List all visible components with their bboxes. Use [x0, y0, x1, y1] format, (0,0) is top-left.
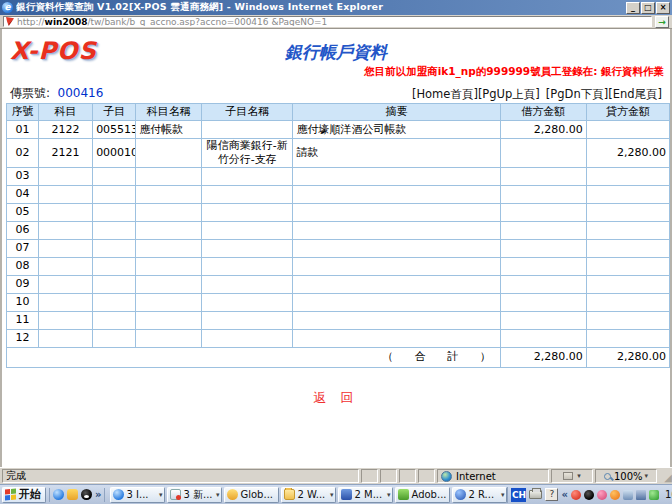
table-cell	[93, 221, 136, 239]
col-header: 借方金額	[500, 104, 586, 121]
taskbar-button-word-group[interactable]: 2 M... ▾	[338, 487, 393, 503]
table-cell	[586, 185, 669, 203]
dreamweaver-icon	[398, 489, 409, 500]
table-cell: 000010	[93, 139, 136, 168]
tray-alert-icon[interactable]	[571, 490, 581, 500]
tray-updater-icon[interactable]	[649, 490, 659, 500]
statusbar-panel	[399, 469, 416, 483]
quicklaunch-more-chevron[interactable]: »	[95, 489, 101, 500]
table-cell	[586, 293, 669, 311]
table-cell	[39, 203, 93, 221]
table-cell: 11	[7, 311, 39, 329]
table-cell	[93, 257, 136, 275]
status-bar: 完成 Internet ▾ 100% ▾ ◢	[0, 467, 672, 484]
voucher-number: 傳票號: 000416	[10, 85, 103, 102]
folder-icon	[284, 489, 295, 500]
col-header: 序號	[7, 104, 39, 121]
taskbar-button-global[interactable]: Glob...	[224, 487, 279, 503]
address-bar: http:// win2008 /tw/bank/b_q_accno.asp?a…	[0, 15, 672, 29]
address-path: /tw/bank/b_q_accno.asp?accno=000416 &Pag…	[87, 17, 327, 27]
table-cell	[202, 203, 293, 221]
table-cell	[39, 311, 93, 329]
taskbar-button-folder-group[interactable]: 2 W... ▾	[281, 487, 336, 503]
tray-phone-icon[interactable]	[623, 490, 633, 500]
language-indicator[interactable]: CH	[511, 488, 526, 502]
tray-clock[interactable]: 16:02	[662, 489, 672, 500]
table-cell	[136, 239, 202, 257]
nav-pgdn-link[interactable]: [PgDn下頁]	[546, 87, 608, 101]
address-protocol: http://	[17, 17, 45, 27]
protected-mode-control[interactable]: ▾	[551, 469, 593, 483]
nav-end-link[interactable]: [End尾頁]	[608, 87, 662, 101]
table-cell: 陽信商業銀行-新竹分行-支存	[202, 139, 293, 168]
table-cell	[202, 221, 293, 239]
table-cell	[500, 239, 586, 257]
system-tray: CH ? « 16:02	[507, 487, 672, 503]
table-cell: 07	[7, 239, 39, 257]
tray-collapse-chevron[interactable]: «	[561, 489, 567, 500]
taskbar-button-adobe[interactable]: Adob...	[395, 487, 450, 503]
table-cell: 12	[7, 329, 39, 347]
table-cell: 2,280.00	[586, 139, 669, 168]
table-cell	[202, 167, 293, 185]
taskbar: 开始 » 3 I... ▾ 3 新... ▾ Glob... 2 W... ▾ …	[0, 484, 672, 504]
qq-quicklaunch-icon[interactable]	[81, 489, 92, 500]
maximize-button[interactable]: □	[641, 2, 655, 14]
address-input[interactable]: http:// win2008 /tw/bank/b_q_accno.asp?a…	[3, 16, 652, 27]
table-cell	[93, 293, 136, 311]
tray-qq-icon[interactable]	[584, 490, 594, 500]
table-cell	[500, 139, 586, 168]
nav-home-link[interactable]: [Home首頁]	[412, 87, 478, 101]
document-icon	[170, 489, 181, 500]
table-cell	[93, 239, 136, 257]
security-zone-panel: Internet	[437, 469, 549, 483]
resize-grip[interactable]: ◢	[659, 469, 672, 483]
col-header: 貸方金額	[586, 104, 669, 121]
table-cell	[136, 139, 202, 168]
zoom-control[interactable]: 100% ▾	[595, 469, 657, 483]
nav-pgup-link[interactable]: [PgUp上頁]	[478, 87, 540, 101]
table-cell	[500, 275, 586, 293]
table-row: 02 2121 000010 陽信商業銀行-新竹分行-支存 請款 2,280.0…	[7, 139, 670, 168]
help-icon[interactable]: ?	[545, 488, 558, 501]
table-cell	[136, 185, 202, 203]
table-cell	[136, 275, 202, 293]
minimize-button[interactable]: _	[626, 2, 640, 14]
ie-quicklaunch-icon[interactable]	[53, 489, 64, 500]
page-title: 銀行帳戶資料	[2, 41, 670, 64]
taskbar-button-r-group[interactable]: 2 R... ▾	[452, 487, 507, 503]
table-cell	[500, 257, 586, 275]
tray-network-icon[interactable]	[636, 490, 646, 500]
table-cell	[500, 311, 586, 329]
col-header: 科目	[39, 104, 93, 121]
protected-mode-icon	[563, 472, 573, 480]
table-cell	[586, 221, 669, 239]
table-row: 12	[7, 329, 670, 347]
taskbar-button-news-group[interactable]: 3 新... ▾	[167, 487, 222, 503]
chevron-down-icon: ▾	[387, 491, 391, 499]
ie-logo-icon: e	[2, 2, 13, 13]
zoom-level: 100%	[614, 471, 643, 482]
table-header-row: 序號 科目 子目 科目名稱 子目名稱 摘要 借方金額 貸方金額	[7, 104, 670, 121]
table-cell	[39, 167, 93, 185]
table-cell	[293, 221, 500, 239]
table-cell	[586, 167, 669, 185]
task-button-label: Glob...	[240, 489, 275, 500]
table-cell	[39, 293, 93, 311]
back-link[interactable]: 返 回	[2, 389, 670, 407]
table-total-row: （ 合 計 ） 2,280.00 2,280.00	[7, 347, 670, 367]
chevron-down-icon: ▾	[577, 472, 581, 480]
close-button[interactable]: ×	[656, 2, 670, 14]
table-cell	[39, 239, 93, 257]
printer-icon[interactable]	[529, 490, 542, 499]
tray-flame-icon[interactable]	[610, 490, 620, 500]
voucher-value: 000416	[58, 86, 104, 100]
table-row: 06	[7, 221, 670, 239]
start-button[interactable]: 开始	[2, 487, 46, 503]
table-cell	[500, 221, 586, 239]
taskbar-button-ie-group[interactable]: 3 I... ▾	[110, 487, 165, 503]
messenger-quicklaunch-icon[interactable]	[67, 489, 78, 500]
table-cell	[500, 167, 586, 185]
go-button[interactable]: →	[655, 16, 669, 28]
tray-messenger-icon[interactable]	[597, 490, 607, 500]
